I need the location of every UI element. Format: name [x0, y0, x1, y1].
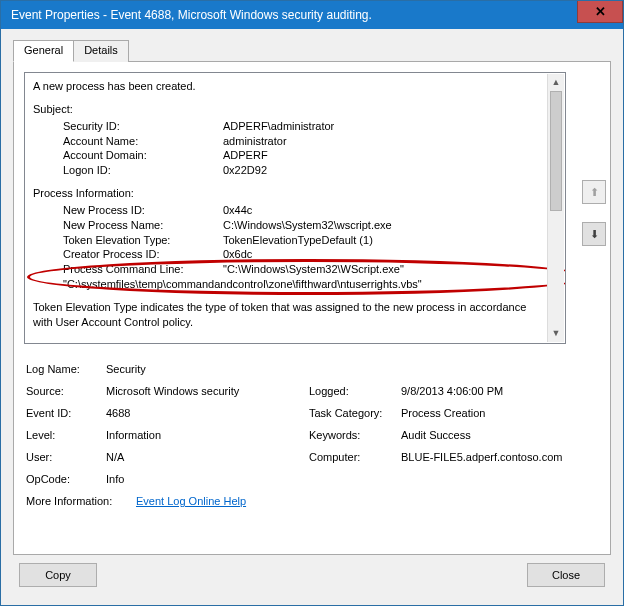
account-name-value: administrator [223, 134, 287, 149]
new-process-id-label: New Process ID: [63, 203, 223, 218]
process-info-header: Process Information: [33, 186, 539, 201]
new-process-id-value: 0x44c [223, 203, 252, 218]
security-id-value: ADPERF\administrator [223, 119, 334, 134]
scroll-up-icon[interactable]: ▲ [548, 74, 564, 91]
keywords-value: Audit Success [401, 429, 564, 441]
event-description: A new process has been created. Subject:… [24, 72, 566, 344]
account-domain-value: ADPERF [223, 148, 268, 163]
event-id-label: Event ID: [26, 407, 106, 419]
opcode-label: OpCode: [26, 473, 106, 485]
task-category-value: Process Creation [401, 407, 564, 419]
event-properties-window: Event Properties - Event 4688, Microsoft… [0, 0, 624, 606]
more-information-label: More Information: [26, 495, 136, 507]
tab-general[interactable]: General [13, 40, 74, 62]
token-elevation-type-value: TokenElevationTypeDefault (1) [223, 233, 373, 248]
close-icon: ✕ [595, 4, 606, 19]
token-elevation-type-label: Token Elevation Type: [63, 233, 223, 248]
window-close-button[interactable]: ✕ [577, 1, 623, 23]
user-label: User: [26, 451, 106, 463]
source-value: Microsoft Windows security [106, 385, 309, 397]
titlebar[interactable]: Event Properties - Event 4688, Microsoft… [1, 1, 623, 29]
logged-label: Logged: [309, 385, 401, 397]
window-title: Event Properties - Event 4688, Microsoft… [11, 8, 623, 22]
event-summary: Log Name: Security Source: Microsoft Win… [24, 354, 566, 512]
computer-label: Computer: [309, 451, 401, 463]
close-button[interactable]: Close [527, 563, 605, 587]
event-log-online-help-link[interactable]: Event Log Online Help [136, 495, 246, 507]
arrow-down-icon: ⬇ [590, 228, 599, 241]
task-category-label: Task Category: [309, 407, 401, 419]
new-process-name-value: C:\Windows\System32\wscript.exe [223, 218, 392, 233]
creator-process-id-label: Creator Process ID: [63, 247, 223, 262]
tab-panel-general: ⬆ ⬇ A new process has been created. Subj… [13, 61, 611, 555]
logged-value: 9/8/2013 4:06:00 PM [401, 385, 564, 397]
user-value: N/A [106, 451, 309, 463]
creator-process-id-value: 0x6dc [223, 247, 252, 262]
desc-footer: Token Elevation Type indicates the type … [33, 300, 539, 330]
subject-header: Subject: [33, 102, 539, 117]
desc-heading: A new process has been created. [33, 79, 539, 94]
client-area: General Details ⬆ ⬇ A new process has be… [1, 29, 623, 605]
process-command-line-label: Process Command Line: [63, 262, 223, 277]
logon-id-label: Logon ID: [63, 163, 223, 178]
copy-button[interactable]: Copy [19, 563, 97, 587]
scroll-track[interactable] [548, 91, 564, 325]
logon-id-value: 0x22D92 [223, 163, 267, 178]
account-domain-label: Account Domain: [63, 148, 223, 163]
log-name-value: Security [106, 363, 309, 375]
security-id-label: Security ID: [63, 119, 223, 134]
tabstrip: General Details [13, 39, 611, 61]
prev-event-button[interactable]: ⬆ [582, 180, 606, 204]
event-id-value: 4688 [106, 407, 309, 419]
level-value: Information [106, 429, 309, 441]
arrow-up-icon: ⬆ [590, 186, 599, 199]
next-event-button[interactable]: ⬇ [582, 222, 606, 246]
opcode-value: Info [106, 473, 309, 485]
dialog-button-row: Copy Close [13, 555, 611, 595]
source-label: Source: [26, 385, 106, 397]
scroll-down-icon[interactable]: ▼ [548, 325, 564, 342]
keywords-label: Keywords: [309, 429, 401, 441]
computer-value: BLUE-FILE5.adperf.contoso.com [401, 451, 564, 463]
account-name-label: Account Name: [63, 134, 223, 149]
tab-details[interactable]: Details [73, 40, 129, 62]
level-label: Level: [26, 429, 106, 441]
new-process-name-label: New Process Name: [63, 218, 223, 233]
description-scrollbar[interactable]: ▲ ▼ [547, 74, 564, 342]
log-name-label: Log Name: [26, 363, 106, 375]
scroll-thumb[interactable] [550, 91, 562, 211]
